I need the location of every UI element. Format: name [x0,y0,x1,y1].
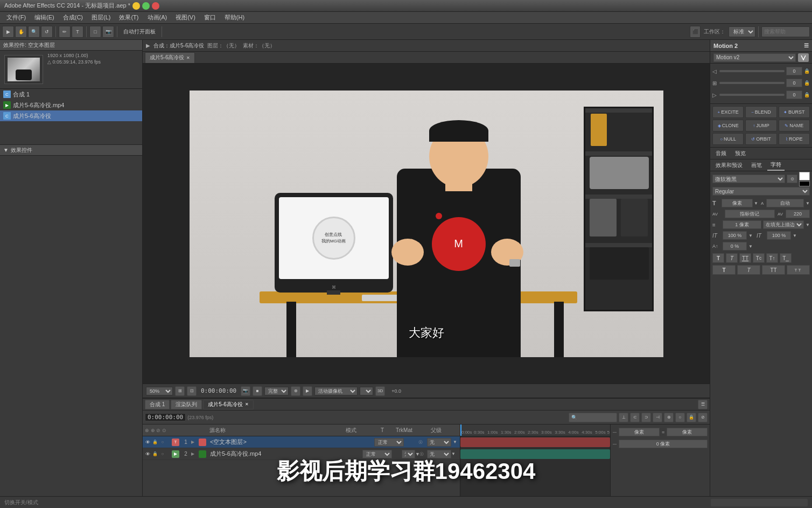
layer2-trkmat-dropdown[interactable]: 无 [402,450,415,458]
menu-view[interactable]: 视图(V) [171,12,200,23]
comp-tab-close[interactable]: ✕ [186,55,190,60]
format-btn-TT[interactable]: TT [739,253,751,263]
tl-tool-hide[interactable]: ⊘ [698,413,708,422]
layer-row-2[interactable]: 👁 🔒 ○ ▶ 2 ▶ 成片5-6高冷役.mp4 正常 [143,448,460,460]
quality-dropdown[interactable]: 完整 [264,387,289,395]
layer1-mode-dropdown[interactable]: 正常 [374,438,404,447]
slider3-track[interactable] [719,94,785,96]
style-TT1[interactable]: TT [762,265,785,275]
playhead[interactable] [460,425,461,436]
project-item-video[interactable]: ▶ 成片5-6高冷役.mp4 [0,100,142,110]
layer1-parent-dropdown[interactable]: 无 [427,438,451,447]
current-time-display[interactable]: 0:00:00:00 [145,413,186,421]
slider2-track[interactable] [719,82,785,84]
layer2-mode-dropdown[interactable]: 正常 [362,450,392,458]
tl-settings-btn[interactable]: ☰ [698,400,708,409]
name-btn[interactable]: ✎ NAME [779,120,810,131]
track-bar-2[interactable] [460,449,610,459]
3d-view-btn[interactable]: 3D [375,386,385,396]
layer2-name[interactable]: 成片5-6高冷役.mp4 [208,450,362,458]
scaleV-val[interactable]: 100 % [767,231,791,240]
show-channel-btn[interactable]: ■ [253,386,262,396]
menu-layer[interactable]: 图层(L) [87,12,115,23]
slider3-val[interactable]: 0 [786,91,802,99]
tool-hand[interactable]: ✋ [15,26,27,38]
blend-btn[interactable]: ~ BLEND [745,106,776,118]
format-btn-Tc[interactable]: Tc [753,253,765,263]
tool-rotate[interactable]: ↺ [41,26,53,38]
font-size-val[interactable]: 像素 [722,199,753,207]
tool-pen[interactable]: ✏ [59,26,71,38]
grid-btn[interactable]: ⊡ [187,386,197,396]
audio-tab[interactable]: 音频 [712,149,730,158]
minimize-button[interactable] [132,2,140,10]
track-bar-1[interactable] [460,437,610,447]
null-btn[interactable]: ○ NULL [712,133,744,145]
char-tab[interactable]: 字符 [767,160,785,171]
tl-tab-main[interactable]: 成片5-6高冷役 ✕ [203,400,253,409]
tl-tab-close[interactable]: ✕ [245,402,249,407]
font-color-swatch[interactable] [799,172,810,186]
brush-tab[interactable]: 画笔 [748,161,765,170]
tool-zoom[interactable]: 🔍 [28,26,40,38]
preview-btn[interactable]: ▶ [303,386,312,396]
zoom-dropdown[interactable]: 50% [146,387,173,395]
tool-select[interactable]: ▶ [2,26,14,38]
region-btn[interactable]: ⊕ [291,386,300,396]
tool-camera[interactable]: 📷 [102,26,114,38]
close-button[interactable] [152,2,159,10]
format-btn-T1[interactable]: T [712,253,724,263]
menu-help[interactable]: 帮助(H) [220,12,249,23]
menu-comp[interactable]: 合成(C) [59,12,87,23]
tl-tab-render[interactable]: 渲染队列 [171,400,202,409]
layer1-expand[interactable]: ▶ [191,440,199,444]
camera-dropdown[interactable]: 活动摄像机 [314,387,358,395]
rope-btn[interactable]: ⌇ ROPE [779,133,810,145]
stroke-type-dropdown[interactable]: 在填充上描边 [763,220,804,229]
orbit-btn[interactable]: ↺ ORBIT [745,133,776,145]
motion-collapse[interactable]: ☰ [804,43,809,48]
font-name-dropdown[interactable]: 微软雅黑 [712,175,785,183]
tl-tool-solo[interactable]: ○ [675,413,685,422]
tl-tool-inout[interactable]: ⊥ [619,413,628,422]
style-TT2[interactable]: TT [787,265,810,275]
menu-edit[interactable]: 编辑(E) [30,12,59,23]
burst-btn[interactable]: ✦ BURST [779,106,810,118]
project-item-comp2[interactable]: C 成片5-6高冷役 [0,110,142,121]
layer2-eye[interactable]: 👁 [144,450,151,458]
slider3-lock[interactable]: 🔒 [804,92,810,98]
baseline-val[interactable]: 0 % [723,242,747,250]
layer2-lock[interactable]: 🔒 [151,450,159,458]
search-input[interactable] [761,26,810,37]
excite-btn[interactable]: + EXCITE [712,106,744,118]
slider2-val[interactable]: 0 [786,79,802,87]
maximize-button[interactable] [142,2,150,10]
scaleH-val[interactable]: 100 % [723,231,747,240]
layer1-lock[interactable]: 🔒 [151,439,159,446]
tool-text[interactable]: T [72,26,83,38]
menu-window[interactable]: 窗口 [200,12,220,23]
snapshot-btn[interactable]: 📷 [241,386,250,396]
format-btn-Tsup[interactable]: T↑ [766,253,778,263]
stroke-val[interactable]: 1 像素 [723,220,761,229]
motion-version-dropdown[interactable]: Motion v2 [713,53,796,62]
layer2-color-swatch[interactable] [199,450,206,458]
project-item-comp1[interactable]: C 合成 1 [0,89,142,100]
tool-gpu[interactable]: ⬛ [690,26,701,38]
layer2-solo[interactable]: ○ [159,450,166,458]
tl-tool-lift[interactable]: ⊂ [630,413,640,422]
tl-tool-comp[interactable]: ⊕ [664,413,674,422]
font-style-dropdown[interactable]: Regular [712,187,810,196]
style-T1[interactable]: T [712,265,736,275]
format-btn-T2[interactable]: T [726,253,738,263]
layer1-eye[interactable]: 👁 [144,439,151,446]
layer1-solo[interactable]: ○ [159,439,166,446]
layer1-name[interactable]: <空文本图层> [208,438,374,446]
preview-tab[interactable]: 预览 [732,149,749,158]
comp-tab-active[interactable]: 成片5-6高冷役 ✕ [145,52,195,63]
slider1-lock[interactable]: 🔒 [804,68,810,74]
tl-tool-lock[interactable]: 🔒 [687,413,696,422]
slider1-val[interactable]: 0 [786,67,802,75]
tracking-val[interactable]: 220 [786,210,810,218]
layer1-color-swatch[interactable] [199,439,206,446]
